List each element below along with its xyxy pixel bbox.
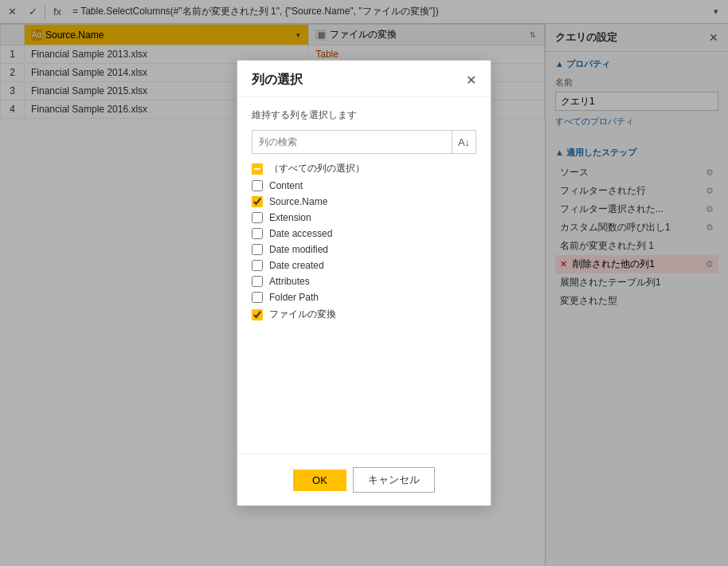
modal-header: 列の選択 ✕ bbox=[237, 61, 491, 97]
ok-button[interactable]: OK bbox=[293, 470, 346, 491]
svg-rect-0 bbox=[254, 168, 260, 170]
modal-subtitle: 維持する列を選択します bbox=[252, 108, 476, 122]
checkbox-item-source-name[interactable]: Source.Name bbox=[252, 196, 476, 207]
checkbox-item-extension[interactable]: Extension bbox=[252, 212, 476, 223]
search-row: A↓ bbox=[252, 130, 476, 154]
checkbox-all-label: （すべての列の選択） bbox=[269, 162, 365, 175]
checkbox-file-transform-label: ファイルの変換 bbox=[269, 308, 336, 321]
checkbox-item-date-accessed[interactable]: Date accessed bbox=[252, 228, 476, 239]
checkbox-item-all[interactable]: （すべての列の選択） bbox=[252, 162, 476, 175]
checkbox-list: （すべての列の選択） Content Source.Name Extension bbox=[252, 162, 476, 442]
checkbox-item-attributes[interactable]: Attributes bbox=[252, 276, 476, 287]
search-sort-button[interactable]: A↓ bbox=[452, 131, 476, 153]
checkbox-date-accessed-label: Date accessed bbox=[269, 228, 332, 239]
checkbox-file-transform[interactable] bbox=[252, 309, 263, 320]
checkbox-item-date-created[interactable]: Date created bbox=[252, 260, 476, 271]
modal-body: 維持する列を選択します A↓ （すべての列の選択） Content bbox=[237, 97, 491, 454]
checkbox-item-folder-path[interactable]: Folder Path bbox=[252, 292, 476, 303]
cancel-button[interactable]: キャンセル bbox=[353, 467, 435, 493]
checkbox-item-content[interactable]: Content bbox=[252, 180, 476, 191]
checkbox-content[interactable] bbox=[252, 180, 263, 191]
checkbox-folder-path-label: Folder Path bbox=[269, 292, 319, 303]
checkbox-item-file-transform[interactable]: ファイルの変換 bbox=[252, 308, 476, 321]
checkbox-folder-path[interactable] bbox=[252, 292, 263, 303]
checkbox-attributes[interactable] bbox=[252, 276, 263, 287]
modal-title: 列の選択 bbox=[252, 72, 303, 88]
column-search-input[interactable] bbox=[252, 132, 452, 151]
checkbox-date-created[interactable] bbox=[252, 260, 263, 271]
modal-footer: OK キャンセル bbox=[237, 454, 491, 505]
checkbox-date-created-label: Date created bbox=[269, 260, 324, 271]
checkbox-source-name[interactable] bbox=[252, 196, 263, 207]
column-select-modal: 列の選択 ✕ 維持する列を選択します A↓ （すべての列の選択） bbox=[237, 60, 491, 506]
checkbox-source-name-label: Source.Name bbox=[269, 196, 327, 207]
checkbox-date-modified[interactable] bbox=[252, 244, 263, 255]
checkbox-extension[interactable] bbox=[252, 212, 263, 223]
checkbox-item-date-modified[interactable]: Date modified bbox=[252, 244, 476, 255]
modal-close-button[interactable]: ✕ bbox=[466, 73, 476, 88]
all-select-icon bbox=[252, 163, 263, 175]
checkbox-extension-label: Extension bbox=[269, 212, 311, 223]
checkbox-attributes-label: Attributes bbox=[269, 276, 310, 287]
checkbox-date-accessed[interactable] bbox=[252, 228, 263, 239]
modal-overlay: 列の選択 ✕ 維持する列を選択します A↓ （すべての列の選択） bbox=[0, 0, 728, 566]
checkbox-content-label: Content bbox=[269, 180, 303, 191]
checkbox-date-modified-label: Date modified bbox=[269, 244, 328, 255]
